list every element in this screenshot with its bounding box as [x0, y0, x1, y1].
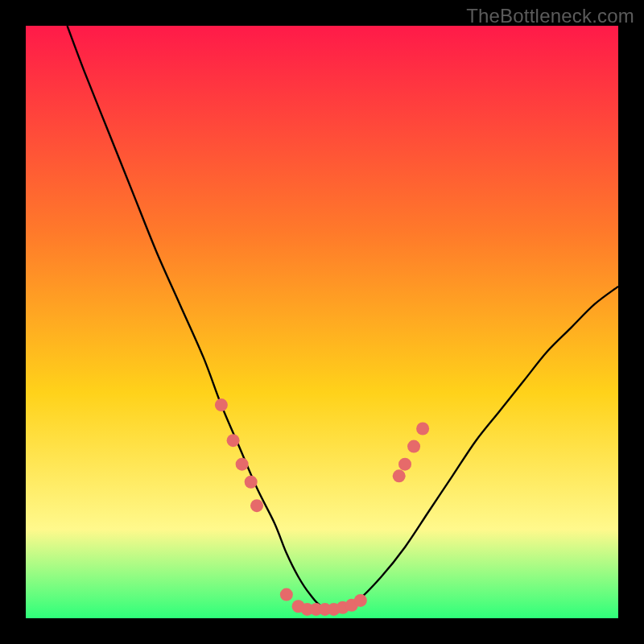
highlight-dot: [227, 434, 240, 447]
highlight-dot: [250, 499, 263, 512]
highlight-dot: [215, 398, 228, 411]
highlight-dot: [280, 588, 293, 601]
highlight-dot: [416, 422, 429, 435]
bottleneck-chart: [26, 26, 618, 618]
highlight-dot: [236, 458, 249, 471]
highlight-dot: [398, 458, 411, 471]
highlight-dot: [354, 594, 367, 607]
chart-frame: [26, 26, 618, 618]
watermark-text: TheBottleneck.com: [466, 5, 634, 27]
highlight-dot: [245, 476, 258, 489]
highlight-dot: [393, 469, 406, 482]
gradient-background: [26, 26, 618, 618]
highlight-dot: [407, 440, 420, 453]
